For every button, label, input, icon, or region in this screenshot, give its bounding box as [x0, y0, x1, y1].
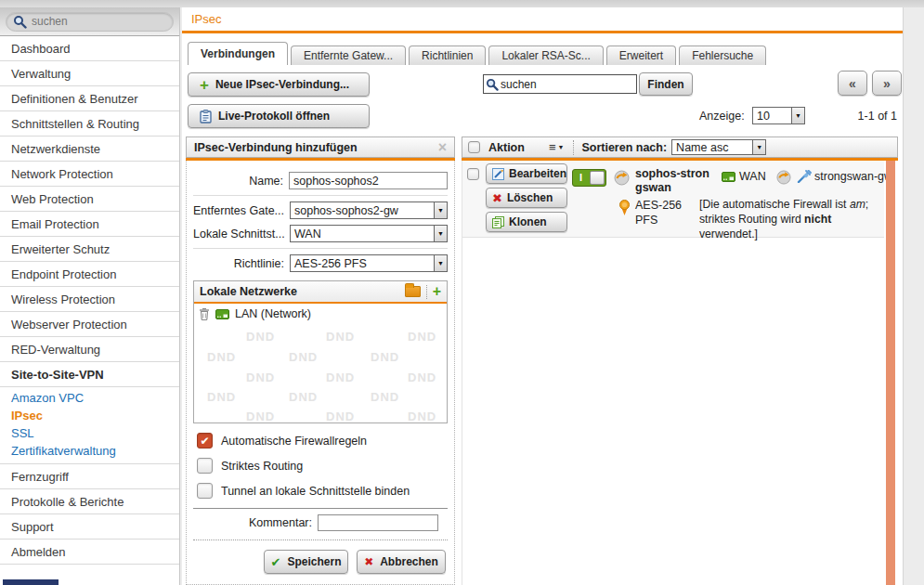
sort-by-value: Name asc	[672, 140, 752, 154]
select-all-checkbox[interactable]	[468, 141, 480, 153]
sidebar-item-web-protection[interactable]: Web Protection	[0, 187, 179, 212]
connection-name: sophos-strongswan	[635, 167, 715, 195]
dnd-placeholder: DND	[246, 410, 275, 423]
sidebar-item-webserver-protection[interactable]: Webserver Protection	[0, 312, 179, 337]
clone-label: Klonen	[509, 215, 547, 228]
local-interface-value: WAN	[291, 226, 434, 241]
range-label: 1-1 of 1	[832, 110, 897, 123]
tab-fehlersuche[interactable]: Fehlersuche	[679, 46, 766, 65]
dnd-placeholder: DND	[326, 370, 355, 384]
clone-icon	[492, 216, 504, 228]
network-list-item[interactable]: LAN (Network)	[194, 304, 447, 324]
tab-lokaler-rsa-schluessel[interactable]: Lokaler RSA-Sc...	[488, 46, 603, 65]
sidebar-item-netzwerkdienste[interactable]: Netzwerkdienste	[0, 136, 179, 162]
clone-button[interactable]: Klonen	[486, 212, 567, 232]
sidebar-item-email-protection[interactable]: Email Protection	[0, 212, 179, 237]
remote-gateway-select[interactable]: sophos-sophos2-gw ▼	[290, 202, 448, 219]
row-checkbox[interactable]	[467, 168, 479, 180]
sidebar-item-fernzugriff[interactable]: Fernzugriff	[0, 464, 179, 489]
tab-erweitert[interactable]: Erweitert	[606, 46, 676, 65]
sidebar-item-site-to-site-vpn[interactable]: Site-to-Site-VPN	[0, 362, 179, 387]
open-live-log-button[interactable]: Live-Protokoll öffnen	[188, 104, 370, 128]
tab-verbindungen[interactable]: Verbindungen	[188, 42, 288, 65]
cancel-button[interactable]: ✖ Abbrechen	[357, 550, 446, 574]
sort-by-select[interactable]: Name asc ▼	[671, 139, 766, 155]
display-count-select[interactable]: 10 ▼	[752, 107, 805, 124]
close-icon[interactable]: ×	[438, 140, 447, 155]
trash-icon[interactable]	[199, 307, 210, 320]
chevron-down-icon: ▼	[791, 108, 804, 124]
cross-icon: ✖	[364, 555, 373, 568]
firewall-note-italic: am	[850, 198, 865, 211]
dnd-placeholder: DND	[326, 410, 355, 423]
sidebar-item-definitionen-benutzer[interactable]: Definitionen & Benutzer	[0, 86, 179, 111]
sidebar-item-red-verwaltung[interactable]: RED-Verwaltung	[0, 337, 179, 362]
strict-routing-checkbox[interactable]	[197, 458, 213, 474]
comment-input[interactable]	[318, 514, 438, 531]
sidebar-item-protokolle-berichte[interactable]: Protokolle & Berichte	[0, 489, 179, 514]
name-field[interactable]	[289, 172, 448, 189]
local-interface-select[interactable]: WAN ▼	[290, 225, 448, 242]
next-page-button[interactable]: »	[872, 71, 902, 96]
sidebar-search-input[interactable]	[32, 15, 143, 28]
connection-row: Bearbeiten ✖ Löschen Klonen I	[462, 161, 884, 238]
check-icon: ✔	[271, 555, 281, 569]
sidebar-subsection-vpn: Amazon VPC IPsec SSL Zertifikatverwaltun…	[0, 387, 179, 464]
add-connection-panel-header: IPsec-Verbindung hinzufügen ×	[186, 136, 455, 158]
policy-medal-icon	[618, 200, 631, 216]
connections-list-panel: Aktion ≡ ▼ Sortieren nach: Name asc ▼ Be…	[462, 136, 898, 585]
sync-arrow-icon	[776, 170, 791, 185]
chevron-down-icon: ▼	[557, 144, 564, 150]
dnd-placeholder: DND	[207, 390, 236, 404]
cancel-label: Abbrechen	[380, 555, 438, 568]
top-strip	[0, 0, 924, 7]
sidebar-item-endpoint-protection[interactable]: Endpoint Protection	[0, 262, 179, 287]
dnd-placeholder: DND	[246, 370, 275, 384]
bind-tunnel-checkbox[interactable]	[197, 483, 213, 499]
sidebar-item-verwaltung[interactable]: Verwaltung	[0, 61, 179, 86]
sidebar-search[interactable]	[6, 12, 174, 32]
sidebar-item-abmelden[interactable]: Abmelden	[0, 540, 179, 565]
delete-button[interactable]: ✖ Löschen	[486, 188, 567, 208]
sidebar-item-schnittstellen-routing[interactable]: Schnittstellen & Routing	[0, 111, 179, 136]
status-toggle[interactable]: I	[572, 169, 606, 187]
sidebar-item-wireless-protection[interactable]: Wireless Protection	[0, 287, 179, 312]
local-networks-header: Lokale Netzwerke +	[194, 281, 447, 302]
prev-page-button[interactable]: «	[838, 71, 867, 96]
tab-entfernte-gateways[interactable]: Entfernte Gatew...	[291, 46, 406, 65]
folder-icon[interactable]	[405, 286, 421, 297]
chevron-down-icon: ▼	[434, 202, 447, 218]
find-button[interactable]: Finden	[639, 72, 693, 96]
network-icon	[215, 309, 229, 319]
tab-richtlinien[interactable]: Richtlinien	[409, 46, 486, 65]
sidebar-item-erweiterter-schutz[interactable]: Erweiterter Schutz	[0, 237, 179, 262]
list-search-input[interactable]	[501, 78, 629, 91]
save-button[interactable]: ✔ Speichern	[264, 550, 348, 574]
divider	[193, 508, 448, 509]
sidebar-item-ssl[interactable]: SSL	[0, 424, 179, 442]
action-menu-button[interactable]: ≡ ▼	[549, 140, 565, 154]
connections-list-header: Aktion ≡ ▼ Sortieren nach: Name asc ▼	[462, 136, 898, 158]
sidebar-item-network-protection[interactable]: Network Protection	[0, 162, 179, 187]
comment-label: Kommentar:	[193, 516, 318, 529]
dnd-drop-zone[interactable]: DND DND DND DND DND DND DND DND DND DND …	[194, 326, 447, 422]
sidebar-item-amazon-vpc[interactable]: Amazon VPC	[0, 389, 179, 407]
auto-firewall-checkbox[interactable]: ✔	[197, 433, 213, 448]
sidebar-item-support[interactable]: Support	[0, 514, 179, 540]
divider	[193, 195, 448, 196]
list-search[interactable]	[483, 74, 637, 94]
sidebar-search-band	[0, 7, 179, 36]
sidebar-item-ipsec[interactable]: IPsec	[0, 407, 179, 424]
save-label: Speichern	[287, 555, 341, 568]
sidebar-item-dashboard[interactable]: Dashboard	[0, 36, 179, 61]
policy-select[interactable]: AES-256 PFS ▼	[290, 254, 448, 272]
remote-gateway-value: sophos-sophos2-gw	[291, 202, 434, 218]
connections-list-body: Bearbeiten ✖ Löschen Klonen I	[462, 161, 898, 585]
divider	[573, 140, 574, 155]
sidebar-item-zertifikatverwaltung[interactable]: Zertifikatverwaltung	[0, 442, 179, 460]
edit-button[interactable]: Bearbeiten	[486, 163, 567, 184]
add-network-icon[interactable]: +	[433, 284, 441, 299]
chevron-down-icon: ▼	[752, 140, 765, 154]
new-ipsec-connection-button[interactable]: + Neue IPsec-Verbindung...	[188, 72, 370, 97]
list-scrollbar[interactable]	[886, 161, 895, 585]
